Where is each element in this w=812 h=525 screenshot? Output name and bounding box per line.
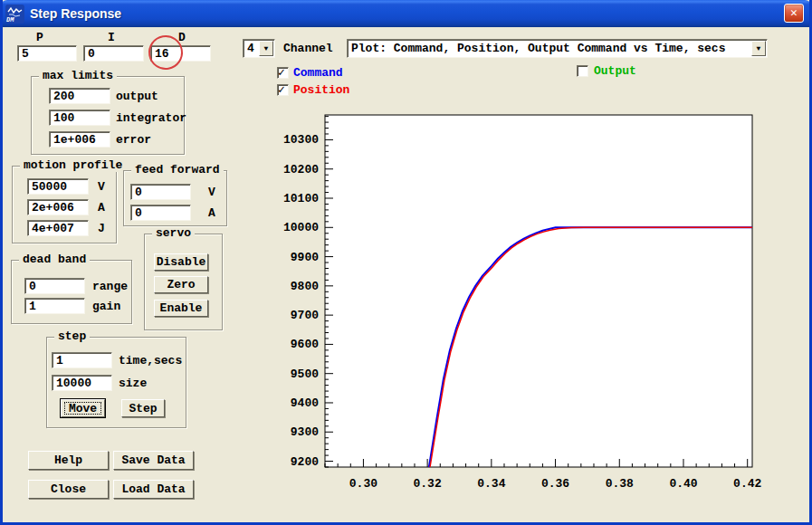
y-tick-label: 9500 — [291, 368, 319, 381]
ff-accel-label: A — [208, 206, 215, 221]
output-checkbox-label: Output — [594, 64, 636, 79]
feed-forward-group: feed forward V A — [123, 170, 227, 226]
servo-zero-button[interactable]: Zero — [154, 276, 208, 293]
output-checkbox[interactable] — [577, 65, 588, 77]
app-icon-text: DM — [6, 17, 14, 24]
ff-velocity-label: V — [208, 186, 215, 200]
help-button[interactable]: Help — [28, 451, 109, 470]
profile-jerk-label: J — [98, 222, 105, 236]
x-tick-label: 0.36 — [541, 477, 569, 491]
app-icon: DM — [5, 5, 24, 24]
step-size-label: size — [119, 377, 147, 391]
y-tick-label: 10300 — [283, 133, 319, 147]
step-button[interactable]: Step — [121, 399, 165, 417]
move-button[interactable]: Move — [61, 399, 105, 417]
command-checkbox[interactable] — [277, 67, 289, 79]
servo-title: servo — [152, 227, 195, 240]
deadband-range-label: range — [92, 280, 128, 294]
chevron-down-icon[interactable]: ▼ — [751, 41, 766, 56]
ff-velocity-input[interactable] — [130, 184, 191, 200]
servo-disable-button[interactable]: Disable — [154, 253, 208, 271]
p-label: P — [17, 31, 62, 45]
channel-value: 4 — [247, 41, 256, 56]
save-data-button[interactable]: Save Data — [113, 451, 194, 470]
profile-velocity-input[interactable] — [27, 178, 89, 195]
command-checkbox-label: Command — [293, 66, 343, 81]
deadband-gain-input[interactable] — [24, 298, 85, 314]
titlebar[interactable]: DM Step Response ✕ — [0, 0, 812, 27]
p-gain-input[interactable] — [17, 45, 77, 62]
x-tick-label: 0.32 — [414, 477, 442, 491]
max-integrator-label: integrator — [116, 111, 186, 126]
x-tick-label: 0.42 — [733, 477, 761, 491]
x-tick-label: 0.38 — [606, 477, 634, 491]
step-time-label: time,secs — [119, 354, 182, 368]
plot-select[interactable]: Plot: Command, Position, Output Command … — [347, 39, 768, 58]
y-tick-label: 9900 — [291, 251, 319, 264]
y-tick-label: 10100 — [283, 192, 319, 205]
motion-profile-title: motion profile — [20, 159, 126, 172]
max-error-label: error — [116, 133, 151, 148]
max-integrator-input[interactable] — [49, 110, 110, 126]
profile-accel-label: A — [98, 201, 105, 215]
profile-jerk-input[interactable] — [27, 220, 89, 236]
x-tick-label: 0.34 — [477, 477, 505, 491]
close-button[interactable]: Close — [28, 480, 109, 499]
plot-select-value: Plot: Command, Position, Output Command … — [351, 41, 749, 56]
channel-label: Channel — [283, 42, 333, 56]
close-icon[interactable]: ✕ — [784, 4, 804, 23]
profile-velocity-label: V — [98, 180, 105, 195]
y-tick-label: 9600 — [291, 338, 319, 351]
i-label: I — [89, 31, 134, 45]
plot-area — [325, 115, 752, 467]
max-error-input[interactable] — [49, 131, 110, 148]
y-tick-label: 9800 — [291, 280, 319, 293]
y-tick-label: 9400 — [291, 396, 319, 410]
x-tick-label: 0.40 — [669, 477, 697, 491]
max-output-input[interactable] — [49, 88, 110, 104]
y-tick-label: 9200 — [291, 455, 319, 469]
y-tick-label: 9700 — [291, 309, 319, 322]
max-limits-group: max limits output integrator error — [31, 76, 185, 155]
servo-enable-button[interactable]: Enable — [154, 300, 208, 317]
x-tick-label: 0.30 — [349, 477, 377, 491]
d-gain-input[interactable] — [150, 45, 211, 62]
step-size-input[interactable] — [52, 375, 112, 391]
max-limits-title: max limits — [39, 70, 117, 82]
profile-accel-input[interactable] — [27, 199, 89, 215]
deadband-range-input[interactable] — [24, 278, 85, 294]
series-command — [429, 227, 752, 467]
step-time-input[interactable] — [52, 352, 112, 368]
position-checkbox-label: Position — [293, 83, 349, 98]
step-group: step time,secs size Move Step — [46, 337, 186, 428]
servo-group: servo Disable Zero Enable — [144, 234, 223, 330]
step-response-window: DM Step Response ✕ P I D max limits outp… — [0, 0, 812, 525]
feed-forward-title: feed forward — [131, 164, 224, 177]
dead-band-title: dead band — [19, 253, 90, 266]
d-label: D — [159, 31, 205, 45]
y-tick-label: 10000 — [283, 221, 319, 234]
channel-select[interactable]: 4 ▼ — [243, 39, 275, 58]
load-data-button[interactable]: Load Data — [113, 480, 194, 499]
deadband-gain-label: gain — [92, 300, 120, 314]
window-title: Step Response — [30, 6, 121, 21]
y-tick-label: 10200 — [283, 163, 319, 177]
position-checkbox[interactable] — [277, 84, 289, 96]
motion-profile-group: motion profile V A J — [12, 166, 117, 243]
dead-band-group: dead band range gain — [11, 260, 132, 324]
step-title: step — [54, 330, 90, 343]
y-tick-label: 9300 — [291, 425, 319, 439]
series-position — [430, 227, 752, 467]
i-gain-input[interactable] — [83, 45, 144, 62]
ff-accel-input[interactable] — [130, 205, 191, 221]
max-output-label: output — [116, 90, 158, 104]
chevron-down-icon[interactable]: ▼ — [259, 41, 273, 56]
